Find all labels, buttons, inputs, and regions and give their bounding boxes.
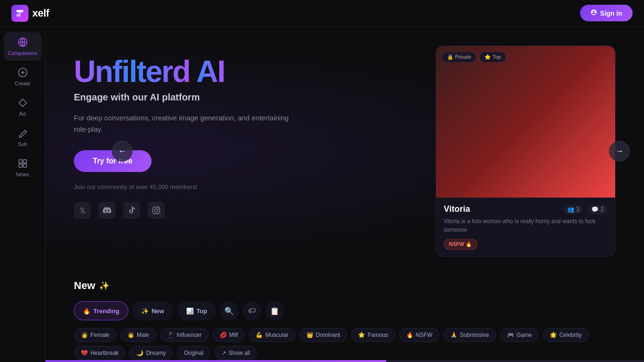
svg-rect-12 [23,164,27,167]
influencer-label: Influencer [177,332,202,338]
nsfw-icon: 🔥 [406,332,413,338]
muscular-icon: 💪 [256,332,263,338]
sign-in-icon [590,9,597,17]
female-icon: 👩 [81,332,88,338]
plus-icon [18,67,28,79]
bottom-progress-bar [0,360,644,362]
globe-icon [18,37,28,48]
filter-tab-top[interactable]: 📊 Top [177,301,216,320]
content-area: New ✨ 🔥 Trending ✨ New 📊 Top 🔍 🏷 [45,276,644,362]
card-stats: 👥 3 💬 2 [564,205,608,214]
paste-filter-button[interactable]: 📋 [265,301,284,320]
hero-nav-right-button[interactable]: → [609,141,630,162]
celebrity-icon: 🌟 [550,332,557,338]
instagram-icon[interactable] [148,202,165,219]
top-icon: 📊 [186,308,194,315]
new-icon: ✨ [141,308,149,315]
new-label: New [152,308,164,315]
sidebar: Companions Create Art Sub [0,27,45,362]
category-dominant[interactable]: 👑 Dominant [299,328,347,342]
tiktok-icon[interactable] [123,202,140,219]
game-label: Game [517,332,532,338]
submissive-label: Submissive [460,332,489,338]
card-tag-private: 🔒 Private [442,52,476,63]
logo-text: xelf [32,7,49,19]
hero-description: For deep conversations, creative image g… [74,112,301,135]
male-label: Male [137,332,149,338]
female-label: Female [90,332,109,338]
svg-rect-9 [19,160,22,163]
category-celebrity[interactable]: 🌟 Celebrity [543,328,589,342]
hero-title: Unfilterd AI [74,55,417,88]
card-stat-views: 👥 3 [564,205,583,214]
celebrity-label: Celebrity [559,332,581,338]
filter-tab-new[interactable]: ✨ New [132,301,173,320]
category-dreamy[interactable]: 🌙 Dreamy [129,346,173,360]
sign-in-label: Sign in [600,9,622,17]
hero-nav-left-button[interactable]: ← [112,141,133,162]
category-famous[interactable]: ⭐ Famous [351,328,395,342]
submissive-icon: 🙏 [450,332,457,338]
hero-title-line2: AI [197,54,225,89]
game-icon: 🎮 [507,332,514,338]
sidebar-item-art[interactable]: Art [4,93,42,121]
hero-section: Unfilterd AI Engage with our AI platform… [45,27,644,276]
trending-label: Trending [93,308,119,315]
heartbreak-icon: 💔 [81,350,88,356]
category-submissive[interactable]: 🙏 Submissive [443,328,496,342]
card-top-tags: 🔒 Private ⭐ Top [442,52,506,63]
trending-icon: 🔥 [83,308,90,315]
sidebar-sub-label: Sub [18,141,27,147]
views-icon: 👥 [567,206,574,213]
milf-icon: 💋 [220,332,227,338]
category-influencer[interactable]: 📱 Influencer [160,328,209,342]
card-name-row: Vitoria 👥 3 💬 2 [444,204,608,214]
category-male[interactable]: 👨 Male [120,328,156,342]
new-section-title: New [74,280,95,292]
dominant-label: Dominant [316,332,340,338]
category-show-all[interactable]: ↗ Show all [215,346,257,360]
search-icon: 🔍 [224,307,234,316]
search-filter-button[interactable]: 🔍 [220,301,239,320]
sidebar-item-create[interactable]: Create [4,63,42,91]
hero-title-line1: Unfilterd [74,54,190,89]
featured-card: 🔒 Private ⭐ Top Vitoria 👥 3 💬 2 [436,45,616,257]
logo[interactable]: xelf [11,5,49,22]
twitter-icon[interactable]: 𝕏 [74,202,91,219]
main-content: Unfilterd AI Engage with our AI platform… [45,27,644,362]
grid-icon [18,158,28,170]
male-icon: 👨 [127,332,134,338]
category-heartbreak[interactable]: 💔 Heartbreak [74,346,125,360]
category-milf[interactable]: 💋 Milf [213,328,245,342]
messages-icon: 💬 [591,206,599,213]
famous-icon: ⭐ [358,332,365,338]
svg-rect-11 [19,164,22,167]
header: xelf Sign in [0,0,644,27]
logo-icon [11,5,28,22]
new-section-header: New ✨ [74,276,616,292]
tag-icon: 🏷 [248,307,256,315]
progress-fill [0,360,386,362]
sign-in-button[interactable]: Sign in [580,5,633,21]
sidebar-item-sub[interactable]: Sub [4,123,42,152]
sidebar-item-companions[interactable]: Companions [4,32,42,61]
category-game[interactable]: 🎮 Game [500,328,539,342]
hero-text: Unfilterd AI Engage with our AI platform… [74,45,417,219]
category-muscular[interactable]: 💪 Muscular [249,328,295,342]
card-name: Vitoria [444,204,470,214]
show-all-label: Show all [229,350,250,356]
category-female[interactable]: 👩 Female [74,328,116,342]
filter-tab-trending[interactable]: 🔥 Trending [74,301,128,320]
discord-icon[interactable] [98,202,116,219]
category-original[interactable]: Original [177,346,210,360]
tag-filter-button[interactable]: 🏷 [242,301,261,320]
sparkle-icon: ✨ [99,281,109,291]
sidebar-news-label: News [16,172,29,177]
heartbreak-label: Heartbreak [90,350,118,356]
original-label: Original [184,350,203,356]
dominant-icon: 👑 [306,332,313,338]
hero-subtitle: Engage with our AI platform [74,92,417,103]
sidebar-item-news[interactable]: News [4,154,42,182]
svg-rect-0 [17,14,19,17]
category-nsfw[interactable]: 🔥 NSFW [399,328,439,342]
